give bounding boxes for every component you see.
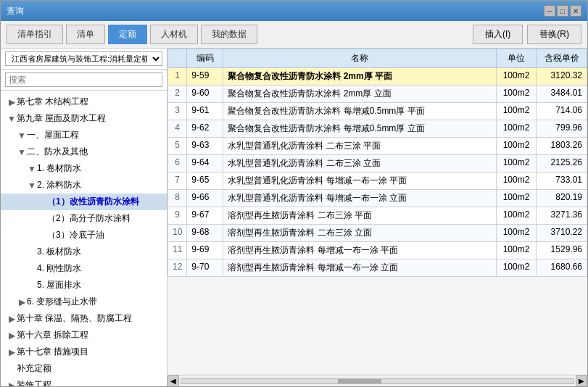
row-unit: 100m2 [497,103,537,120]
table-row[interactable]: 79-65水乳型普通乳化沥青涂料 每增减一布一涂 平面100m2733.01 [168,172,587,190]
table-row[interactable]: 49-62聚合物复合改性沥青防水涂料 每增减0.5mm厚 立面100m2799.… [168,120,587,138]
tree-arrow-icon[interactable]: ▶ [7,97,17,107]
row-name: 水乳型普通乳化沥青涂料 二布三涂 立面 [223,155,497,172]
main-window: 查询 ─ □ ✕ 清单指引 清单 定额 人材机 我的数据 插入(I) 替换(R)… [0,0,588,387]
tree-item[interactable]: （3）冷底子油 [1,227,167,244]
tab-qingdan-zhiyin[interactable]: 清单指引 [7,25,63,44]
maximize-button[interactable]: □ [557,5,568,17]
tree-arrow-icon[interactable]: ▶ [17,297,27,307]
tree-item[interactable]: ▶装饰工程 [1,377,167,386]
row-name: 聚合物复合改性沥青防水涂料 每增减0.5mm厚 平面 [223,103,497,120]
tree-item[interactable]: ▶6. 变形缝与止水带 [1,294,167,310]
tree-arrow-icon[interactable]: ▶ [7,347,17,357]
table-row[interactable]: 129-70溶剂型再生脓沥青涂料 每增减一布一涂 立面100m21680.66 [168,259,587,277]
col-header-price: 含税单价 [537,49,587,68]
tree-item[interactable]: ▼一、屋面工程 [1,127,167,143]
row-price: 733.01 [537,172,587,190]
scroll-left-arrow[interactable]: ◀ [167,375,179,387]
scroll-track[interactable] [181,378,574,384]
table-row[interactable]: 19-59聚合物复合改性沥青防水涂料 2mm厚 平面100m23120.32 [168,68,587,86]
tree-label: 一、屋面工程 [27,129,164,141]
action-buttons: 插入(I) 替换(R) [473,25,581,44]
tree-label: 6. 变形缝与止水带 [27,296,164,308]
row-number: 6 [168,155,187,172]
table-row[interactable]: 39-61聚合物复合改性沥青防水涂料 每增减0.5mm厚 平面100m2714.… [168,103,587,120]
row-name: 水乳型普通乳化沥青涂料 二布三涂 平面 [223,138,497,155]
tree-item[interactable]: ▶第七章 木结构工程 [1,93,167,110]
tree-arrow-icon[interactable]: ▼ [27,164,37,174]
row-price: 820.19 [537,190,587,207]
tab-rencaiji[interactable]: 人材机 [150,25,198,44]
row-price: 799.96 [537,120,587,138]
tree-item[interactable]: 补充定额 [1,360,167,377]
table-row[interactable]: 29-60聚合物复合改性沥青防水涂料 2mm厚 立面100m23484.01 [168,86,587,103]
table-row[interactable]: 109-68溶剂型再生脓沥青涂料 二布三涂 立面100m23710.22 [168,225,587,242]
row-number: 12 [168,259,187,277]
replace-button[interactable]: 替换(R) [527,25,581,44]
row-number: 2 [168,86,187,103]
row-number: 4 [168,120,187,138]
row-price: 3484.01 [537,86,587,103]
table-row[interactable]: 59-63水乳型普通乳化沥青涂料 二布三涂 平面100m21803.26 [168,138,587,155]
row-code: 9-66 [187,190,223,207]
table-row[interactable]: 99-67溶剂型再生脓沥青涂料 二布三涂 平面100m23271.36 [168,207,587,225]
close-button[interactable]: ✕ [570,5,581,17]
tree-label: 第十七章 措施项目 [17,346,164,358]
scroll-right-arrow[interactable]: ▶ [576,375,587,387]
row-name: 聚合物复合改性沥青防水涂料 每增减0.5mm厚 立面 [223,120,497,138]
tree-arrow-icon[interactable]: ▼ [17,147,27,157]
tree-item[interactable]: （1）改性沥青防水涂料 [1,194,167,210]
tree-item[interactable]: 5. 屋面排水 [1,277,167,294]
right-panel: 编码 名称 单位 含税单价 19-59聚合物复合改性沥青防水涂料 2mm厚 平面… [167,49,587,386]
row-number: 10 [168,225,187,242]
tree-item[interactable]: 4. 刚性防水 [1,260,167,277]
minimize-button[interactable]: ─ [544,5,555,17]
tree-arrow-icon[interactable]: ▼ [7,114,17,124]
tree-item[interactable]: 3. 板材防水 [1,244,167,260]
row-price: 3271.36 [537,207,587,225]
tab-dinge[interactable]: 定额 [108,25,147,44]
tree-label: （2）高分子防水涂料 [47,212,164,225]
tree-item[interactable]: ▼第九章 屋面及防水工程 [1,110,167,127]
tree-arrow-icon[interactable]: ▶ [7,314,17,324]
row-unit: 100m2 [497,259,537,277]
tree-item[interactable]: ▼2. 涂料防水 [1,177,167,194]
tree-item[interactable]: （2）高分子防水涂料 [1,210,167,227]
row-unit: 100m2 [497,138,537,155]
tree-item[interactable]: ▶第十六章 拆除工程 [1,327,167,344]
table-row[interactable]: 89-66水乳型普通乳化沥青涂料 每增减一布一涂 立面100m2820.19 [168,190,587,207]
tree-container[interactable]: ▶第七章 木结构工程▼第九章 屋面及防水工程▼一、屋面工程▼二、防水及其他▼1.… [1,91,167,386]
row-code: 9-65 [187,172,223,190]
tab-qingdan[interactable]: 清单 [66,25,105,44]
tab-wodeshuju[interactable]: 我的数据 [201,25,257,44]
tree-item[interactable]: ▼1. 卷材防水 [1,160,167,177]
search-input[interactable] [5,72,162,87]
row-name: 聚合物复合改性沥青防水涂料 2mm厚 平面 [223,68,497,86]
tree-item[interactable]: ▶第十七章 措施项目 [1,344,167,360]
table-row[interactable]: 119-69溶剂型再生脓沥青涂料 每增减一布一涂 平面100m21529.96 [168,242,587,259]
row-price: 1680.66 [537,259,587,277]
row-unit: 100m2 [497,120,537,138]
horizontal-scrollbar[interactable]: ◀ ▶ [167,375,587,386]
col-header-unit: 单位 [497,49,537,68]
scroll-thumb[interactable] [338,379,381,383]
tree-arrow-icon[interactable]: ▼ [27,180,37,191]
row-code: 9-64 [187,155,223,172]
col-header-num [168,49,187,68]
tree-item[interactable]: ▼二、防水及其他 [1,143,167,160]
tree-arrow-icon[interactable]: ▼ [17,130,27,141]
row-code: 9-69 [187,242,223,259]
tree-arrow-icon[interactable]: ▶ [7,380,17,387]
table-container[interactable]: 编码 名称 单位 含税单价 19-59聚合物复合改性沥青防水涂料 2mm厚 平面… [167,49,587,375]
tree-item[interactable]: ▶第十章 保温、隔热、防腐工程 [1,310,167,327]
tree-label: 3. 板材防水 [37,246,164,258]
quota-dropdown[interactable]: 江西省房屋建筑与装饰工程:消耗量定额及统一-1 [5,51,162,66]
row-name: 水乳型普通乳化沥青涂料 每增减一布一涂 平面 [223,172,497,190]
row-number: 11 [168,242,187,259]
tree-arrow-icon[interactable]: ▶ [7,330,17,341]
col-header-name: 名称 [223,49,497,68]
insert-button[interactable]: 插入(I) [473,25,523,44]
table-row[interactable]: 69-64水乳型普通乳化沥青涂料 二布三涂 立面100m22125.26 [168,155,587,172]
row-name: 溶剂型再生脓沥青涂料 每增减一布一涂 立面 [223,259,497,277]
row-name: 聚合物复合改性沥青防水涂料 2mm厚 立面 [223,86,497,103]
